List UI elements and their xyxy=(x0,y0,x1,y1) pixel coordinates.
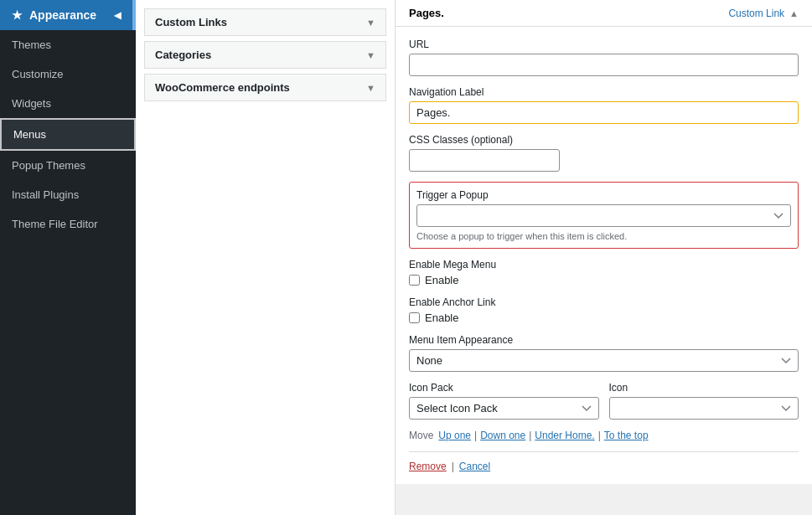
anchor-link-checkbox-group: Enable xyxy=(409,312,799,324)
sidebar-item-label: Themes xyxy=(12,39,51,51)
icon-pack-select[interactable]: Select Icon Pack xyxy=(409,397,599,420)
accordion-custom-links-header[interactable]: Custom Links ▼ xyxy=(145,9,385,35)
css-classes-label: CSS Classes (optional) xyxy=(409,134,799,146)
anchor-link-checkbox-label: Enable xyxy=(425,312,458,324)
move-top-link[interactable]: To the top xyxy=(604,430,649,441)
icon-pack-label: Icon Pack xyxy=(409,382,599,394)
sidebar-collapse-icon: ◀ xyxy=(114,10,121,21)
url-group: URL xyxy=(409,39,799,76)
sidebar-item-customize[interactable]: Customize xyxy=(0,59,136,89)
left-panel: Custom Links ▼ Categories ▼ WooCommerce … xyxy=(136,0,396,515)
anchor-link-checkbox[interactable] xyxy=(409,312,420,323)
mega-menu-checkbox-group: Enable xyxy=(409,274,799,286)
panel-header: Pages. Custom Link ▲ xyxy=(396,0,812,27)
css-classes-input[interactable] xyxy=(409,149,560,172)
sidebar-item-label: Popup Themes xyxy=(12,159,85,172)
move-under-link[interactable]: Under Home. xyxy=(535,430,594,441)
nav-label-label: Navigation Label xyxy=(409,86,799,98)
icon-col: Icon xyxy=(609,382,799,420)
sidebar-item-label: Menus xyxy=(13,128,46,141)
move-label: Move xyxy=(409,430,433,441)
menu-appearance-group: Menu Item Appearance None xyxy=(409,334,799,372)
url-input[interactable] xyxy=(409,54,799,76)
sidebar-item-label: Install Plugins xyxy=(12,188,79,201)
sidebar-item-label: Theme File Editor xyxy=(12,218,98,230)
trigger-popup-help: Choose a popup to trigger when this item… xyxy=(416,231,791,241)
icon-label: Icon xyxy=(609,382,799,394)
mega-menu-checkbox[interactable] xyxy=(409,275,420,286)
sidebar-item-label: Customize xyxy=(12,68,63,80)
anchor-link-label: Enable Anchor Link xyxy=(409,296,799,308)
move-down-link[interactable]: Down one xyxy=(480,430,525,441)
mega-menu-checkbox-label: Enable xyxy=(425,274,458,286)
icon-pack-icon-row: Icon Pack Select Icon Pack Icon xyxy=(409,382,799,420)
action-sep: | xyxy=(452,461,454,472)
menu-appearance-select[interactable]: None xyxy=(409,349,799,372)
collapse-icon[interactable]: ▲ xyxy=(789,8,799,18)
anchor-link-group: Enable Anchor Link Enable xyxy=(409,296,799,324)
right-panel: Pages. Custom Link ▲ URL Navigation Labe… xyxy=(396,0,812,515)
mega-menu-group: Enable Mega Menu Enable xyxy=(409,259,799,286)
sidebar-item-menus[interactable]: Menus xyxy=(0,118,136,151)
sidebar-item-label: Widgets xyxy=(12,97,51,110)
divider xyxy=(409,451,799,452)
accordion-woocommerce-header[interactable]: WooCommerce endpoints ▼ xyxy=(145,75,385,100)
trigger-popup-select[interactable] xyxy=(416,204,791,227)
sidebar-item-theme-file-editor[interactable]: Theme File Editor xyxy=(0,209,136,239)
trigger-popup-label: Trigger a Popup xyxy=(416,189,791,201)
sidebar-item-widgets[interactable]: Widgets xyxy=(0,89,136,118)
accordion-categories[interactable]: Categories ▼ xyxy=(144,41,386,69)
move-up-link[interactable]: Up one xyxy=(438,430,471,441)
accordion-custom-links[interactable]: Custom Links ▼ xyxy=(144,8,386,36)
sidebar-appearance-label: Appearance xyxy=(29,8,96,22)
sidebar-item-popup-themes[interactable]: Popup Themes xyxy=(0,151,136,180)
sidebar-item-install-plugins[interactable]: Install Plugins xyxy=(0,180,136,209)
chevron-down-icon: ▼ xyxy=(366,50,375,60)
appearance-star-icon: ★ xyxy=(12,8,23,22)
nav-label-group: Navigation Label xyxy=(409,86,799,124)
cancel-link[interactable]: Cancel xyxy=(459,461,490,472)
url-label: URL xyxy=(409,39,799,50)
trigger-popup-group: Trigger a Popup Choose a popup to trigge… xyxy=(409,182,799,249)
css-classes-group: CSS Classes (optional) xyxy=(409,134,799,172)
accordion-woocommerce-label: WooCommerce endpoints xyxy=(155,81,290,94)
remove-link[interactable]: Remove xyxy=(409,461,447,472)
chevron-down-icon: ▼ xyxy=(366,83,375,93)
accordion-custom-links-label: Custom Links xyxy=(155,16,227,28)
action-row: Remove | Cancel xyxy=(409,461,799,472)
panel-title: Pages. xyxy=(409,7,444,19)
accordion-categories-header[interactable]: Categories ▼ xyxy=(145,42,385,68)
icon-select[interactable] xyxy=(609,397,799,420)
icon-pack-col: Icon Pack Select Icon Pack xyxy=(409,382,599,420)
chevron-down-icon: ▼ xyxy=(366,18,375,28)
icon-pack-icon-group: Icon Pack Select Icon Pack Icon xyxy=(409,382,799,420)
main-area: Custom Links ▼ Categories ▼ WooCommerce … xyxy=(136,0,812,515)
custom-link-button[interactable]: Custom Link xyxy=(728,8,784,19)
sidebar-appearance-header[interactable]: ★ Appearance ◀ xyxy=(0,0,136,30)
menu-appearance-label: Menu Item Appearance xyxy=(409,334,799,346)
sidebar-item-themes[interactable]: Themes xyxy=(0,30,136,59)
panel-body: URL Navigation Label CSS Classes (option… xyxy=(396,27,812,484)
sidebar: ★ Appearance ◀ Themes Customize Widgets … xyxy=(0,0,136,515)
nav-label-input[interactable] xyxy=(409,101,799,124)
move-row: Move Up one | Down one | Under Home. | T… xyxy=(409,430,799,441)
accordion-categories-label: Categories xyxy=(155,49,211,61)
accordion-woocommerce[interactable]: WooCommerce endpoints ▼ xyxy=(144,74,386,101)
mega-menu-label: Enable Mega Menu xyxy=(409,259,799,270)
